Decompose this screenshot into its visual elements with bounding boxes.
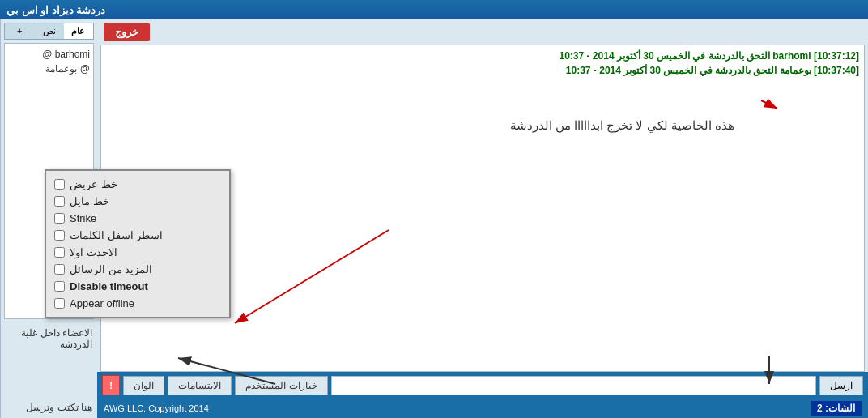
menu-item-disable-timeout[interactable]: Disable timeout bbox=[53, 278, 223, 295]
send-button[interactable]: ارسل bbox=[819, 376, 863, 395]
checkbox-more[interactable] bbox=[54, 264, 65, 275]
top-bar: خروج bbox=[97, 19, 868, 45]
menu-item-latest[interactable]: الاحدث اولا bbox=[53, 244, 223, 261]
tab-plus[interactable]: + bbox=[5, 23, 34, 39]
chat-count: الشات: 2 bbox=[811, 401, 862, 416]
status-bar: AWG LLC. Copyright 2014 الشات: 2 bbox=[97, 399, 868, 418]
copyright-text: AWG LLC. Copyright 2014 bbox=[104, 403, 209, 413]
checkbox-bold[interactable] bbox=[54, 179, 65, 190]
checkbox-underline[interactable] bbox=[54, 230, 65, 241]
colors-button[interactable]: الوان bbox=[123, 376, 164, 395]
user-item-1[interactable]: barhomi @ bbox=[8, 47, 90, 62]
exit-button[interactable]: خروج bbox=[104, 23, 150, 41]
menu-item-underline[interactable]: اسطر اسفل الكلمات bbox=[53, 227, 223, 244]
checkbox-disable-timeout[interactable] bbox=[54, 281, 65, 292]
tab-text[interactable]: نص bbox=[34, 23, 63, 39]
menu-item-more[interactable]: المزيد من الرسائل bbox=[53, 261, 223, 278]
sidebar-tabs: عام نص + bbox=[4, 23, 94, 40]
chat-members-annotation: الاعضاء داخل غلبة الدردشة bbox=[4, 326, 94, 352]
exclaim-button[interactable]: ! bbox=[102, 375, 120, 395]
checkbox-italic[interactable] bbox=[54, 196, 65, 207]
menu-item-appear-offline[interactable]: Appear offline bbox=[53, 295, 223, 312]
message-1: [10:37:12] barhomi التحق بالدردشة في الخ… bbox=[106, 50, 859, 62]
message-2: [10:37:40] بوعمامة التحق بالدردشة في الخ… bbox=[106, 65, 859, 76]
menu-item-strike[interactable]: Strike bbox=[53, 210, 223, 227]
context-menu: خط عريض خط مايل Strike اسطر اسفل الكلمات… bbox=[45, 169, 231, 318]
write-send-annotation: هنا تكتب وترسل bbox=[4, 400, 94, 415]
tab-general[interactable]: عام bbox=[64, 23, 93, 39]
feature-desc-annotation: هذه الخاصية لكي لا تخرج ابدااااا من الدر… bbox=[510, 118, 734, 133]
checkbox-latest[interactable] bbox=[54, 247, 65, 258]
title-text: دردشة ديزاد او اس بي bbox=[6, 4, 105, 16]
checkbox-appear-offline[interactable] bbox=[54, 298, 65, 309]
bottom-toolbar: ! الوان الابتسامات خيارات المستخدم ارسل bbox=[97, 372, 868, 399]
chat-input[interactable] bbox=[331, 376, 816, 395]
smileys-button[interactable]: الابتسامات bbox=[168, 376, 232, 395]
menu-item-italic[interactable]: خط مايل bbox=[53, 193, 223, 210]
menu-item-bold[interactable]: خط عريض bbox=[53, 176, 223, 193]
user-options-button[interactable]: خيارات المستخدم bbox=[235, 376, 327, 395]
user-item-2[interactable]: @ بوعمامة bbox=[8, 62, 90, 76]
title-bar: دردشة ديزاد او اس بي bbox=[0, 0, 868, 19]
checkbox-strike[interactable] bbox=[54, 213, 65, 224]
